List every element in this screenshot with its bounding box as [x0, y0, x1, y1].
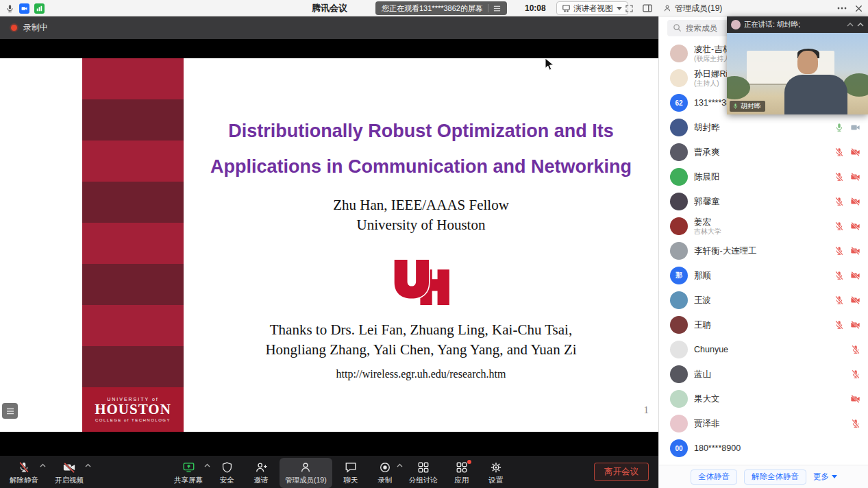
stripe: [82, 141, 184, 182]
stripe: [82, 223, 184, 264]
panel-close-button[interactable]: [855, 0, 863, 16]
banner-menu-icon[interactable]: [493, 5, 501, 12]
recording-label: 录制中: [23, 22, 48, 34]
member-avatar: [670, 316, 688, 334]
popout-icon[interactable]: [857, 22, 864, 27]
camera-off-icon[interactable]: [850, 295, 860, 305]
camera-off-icon[interactable]: [850, 221, 860, 231]
chevron-up-icon[interactable]: [85, 463, 91, 467]
slide-thanks-block: Thanks to Drs. Lei Fan, Zhuang Ling, Kai…: [184, 320, 658, 360]
panel-more-button[interactable]: [837, 0, 847, 16]
more-button[interactable]: 更多: [813, 472, 837, 482]
unmute-button[interactable]: 解除静音: [4, 458, 44, 488]
chevron-up-icon[interactable]: [397, 463, 403, 467]
chat-bubble-icon: [345, 461, 357, 474]
member-row[interactable]: 贾泽非: [659, 411, 868, 436]
record-label: 录制: [377, 476, 392, 485]
mic-muted-icon[interactable]: [834, 221, 844, 231]
speaker-silhouette: [797, 51, 818, 74]
mic-muted-icon[interactable]: [834, 246, 844, 256]
thumbnail-panel-toggle-button[interactable]: [2, 403, 18, 419]
slide-page-number: 1: [644, 404, 649, 416]
stripe: [82, 99, 184, 141]
share-screen-button[interactable]: 共享屏幕: [169, 458, 208, 488]
menubar-mic-icon[interactable]: [5, 0, 14, 16]
sidebar-toggle-button[interactable]: [643, 0, 652, 16]
camera-off-icon[interactable]: [850, 271, 860, 280]
start-video-button[interactable]: 开启视频: [49, 458, 89, 488]
stripe: [82, 264, 184, 305]
view-mode-button[interactable]: 演讲者视图: [556, 1, 628, 15]
mic-muted-icon[interactable]: [834, 271, 844, 280]
tencent-meeting-window: 腾讯会议 您正在观看131****3862的屏幕 10:08 演讲者视图 管理成…: [0, 0, 868, 488]
slide-thanks-line1: Thanks to Drs. Lei Fan, Zhuang Ling, Kai…: [184, 320, 658, 340]
chevron-up-icon[interactable]: [40, 463, 46, 467]
member-row[interactable]: 王聃: [659, 313, 868, 337]
grid-squares-icon: [417, 461, 430, 474]
member-row[interactable]: 姜宏 吉林大学: [659, 214, 868, 239]
camera-on-icon[interactable]: [850, 123, 860, 132]
member-row[interactable]: 陈晨阳: [659, 164, 868, 189]
manage-members-button[interactable]: 管理成员(19): [280, 458, 332, 488]
member-name: 果大文: [694, 394, 850, 404]
mic-muted-icon[interactable]: [851, 369, 860, 379]
member-row[interactable]: 郭馨童: [659, 189, 868, 214]
chat-label: 聊天: [343, 476, 358, 485]
mic-muted-icon[interactable]: [834, 147, 844, 157]
menubar: 腾讯会议 您正在观看131****3862的屏幕 10:08 演讲者视图 管理成…: [0, 0, 868, 16]
search-icon: [673, 23, 682, 32]
slide-title: Distributionally Robust Optimization and…: [184, 113, 658, 184]
member-row[interactable]: 王波: [659, 288, 868, 313]
member-name: Chunyue: [694, 345, 851, 355]
mic-muted-icon[interactable]: [851, 419, 860, 428]
member-avatar: [670, 168, 688, 186]
member-row[interactable]: 那 那顺: [659, 263, 868, 288]
speaker-video-window[interactable]: 正在讲话: 胡封晔; 胡封晔: [727, 16, 868, 114]
stats-app-icon[interactable]: [34, 0, 45, 16]
speaker-video-feed: 胡封晔: [727, 33, 868, 114]
chat-button[interactable]: 聊天: [335, 458, 367, 488]
mic-muted-icon[interactable]: [834, 320, 844, 330]
chevron-down-icon: [832, 475, 837, 478]
member-name: 王聃: [694, 320, 834, 330]
settings-button[interactable]: 设置: [480, 458, 512, 488]
camera-off-icon[interactable]: [850, 172, 860, 182]
record-button[interactable]: 录制: [369, 458, 401, 488]
member-name: 郭馨童: [694, 197, 834, 207]
fullscreen-button[interactable]: [625, 0, 634, 16]
camera-off-icon[interactable]: [850, 246, 860, 256]
mic-muted-icon[interactable]: [834, 172, 844, 182]
camera-off-icon[interactable]: [850, 197, 860, 206]
leave-meeting-button[interactable]: 离开会议: [594, 463, 649, 481]
member-name: 胡封晔: [694, 123, 834, 133]
member-row[interactable]: 李轩衡-大连理工: [659, 239, 868, 263]
member-row[interactable]: 00 180****8900: [659, 436, 868, 461]
member-row[interactable]: 蓝山: [659, 362, 868, 387]
chevron-up-icon[interactable]: [204, 463, 210, 467]
member-row[interactable]: 胡封晔: [659, 115, 868, 140]
member-row[interactable]: 曹承爽: [659, 140, 868, 164]
camera-off-icon[interactable]: [850, 147, 860, 157]
camera-off-icon[interactable]: [850, 320, 860, 330]
slide-affiliation: University of Houston: [184, 215, 658, 235]
unmute-all-button[interactable]: 解除全体静音: [744, 469, 806, 485]
watching-banner: 您正在观看131****3862的屏幕: [375, 1, 507, 15]
member-name: 陈晨阳: [694, 172, 834, 182]
member-avatar: 62: [670, 94, 688, 112]
breakout-rooms-button[interactable]: 分组讨论: [404, 458, 443, 488]
invite-button[interactable]: 邀请: [245, 458, 277, 488]
mic-muted-icon[interactable]: [834, 295, 844, 305]
security-button[interactable]: 安全: [211, 458, 243, 488]
member-row[interactable]: Chunyue: [659, 337, 868, 362]
apps-button[interactable]: 应用: [446, 458, 478, 488]
meeting-app-icon[interactable]: [19, 0, 29, 16]
mic-muted-icon[interactable]: [851, 345, 860, 354]
mic-on-icon[interactable]: [834, 123, 844, 132]
camera-off-icon[interactable]: [850, 394, 860, 404]
member-avatar: [670, 365, 688, 383]
mute-all-button[interactable]: 全体静音: [691, 469, 737, 485]
member-row[interactable]: 果大文: [659, 387, 868, 411]
record-circle-icon: [379, 461, 391, 474]
mic-muted-icon[interactable]: [834, 197, 844, 206]
collapse-icon[interactable]: [847, 22, 854, 27]
